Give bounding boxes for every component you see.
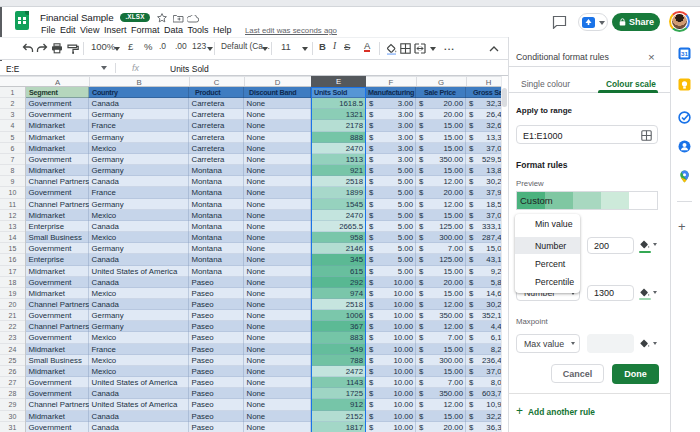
svg-text:31: 31 bbox=[681, 50, 688, 57]
